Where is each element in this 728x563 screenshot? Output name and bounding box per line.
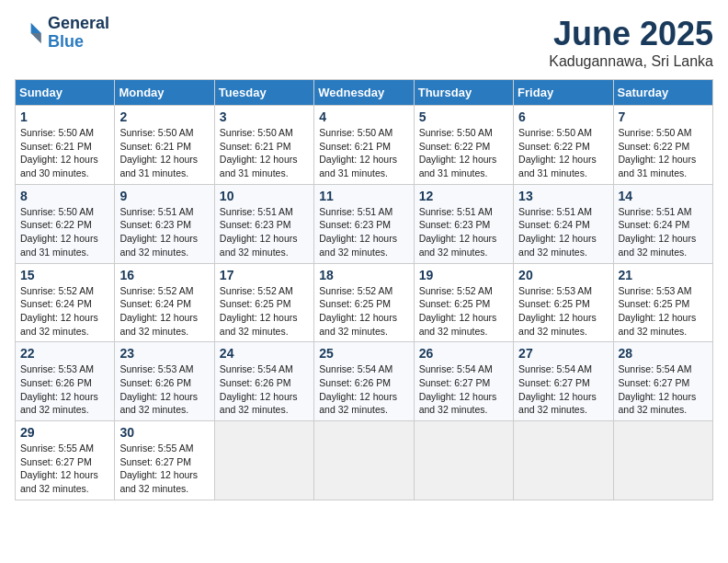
day-number: 28 xyxy=(619,346,708,361)
calendar-cell: 25 Sunrise: 5:54 AMSunset: 6:26 PMDaylig… xyxy=(314,342,414,421)
calendar-cell xyxy=(414,421,513,500)
svg-marker-0 xyxy=(31,23,41,33)
day-number: 7 xyxy=(619,109,708,124)
day-info: Sunrise: 5:51 AMSunset: 6:23 PMDaylight:… xyxy=(319,206,397,258)
day-number: 14 xyxy=(619,189,708,203)
day-number: 6 xyxy=(518,109,608,124)
day-info: Sunrise: 5:50 AMSunset: 6:21 PMDaylight:… xyxy=(20,127,98,178)
day-number: 5 xyxy=(419,109,508,124)
col-friday: Friday xyxy=(514,80,613,106)
day-number: 26 xyxy=(419,346,508,361)
day-info: Sunrise: 5:50 AMSunset: 6:22 PMDaylight:… xyxy=(619,127,697,178)
day-info: Sunrise: 5:51 AMSunset: 6:24 PMDaylight:… xyxy=(518,206,597,258)
calendar-week-2: 8 Sunrise: 5:50 AMSunset: 6:22 PMDayligh… xyxy=(16,184,713,263)
logo: General Blue xyxy=(15,15,109,52)
calendar-cell: 24 Sunrise: 5:54 AMSunset: 6:26 PMDaylig… xyxy=(214,342,313,421)
day-number: 11 xyxy=(319,189,408,203)
calendar-cell: 8 Sunrise: 5:50 AMSunset: 6:22 PMDayligh… xyxy=(16,184,115,263)
calendar-cell xyxy=(314,421,414,500)
logo-icon xyxy=(15,18,44,48)
calendar-cell: 12 Sunrise: 5:51 AMSunset: 6:23 PMDaylig… xyxy=(414,184,513,263)
day-info: Sunrise: 5:54 AMSunset: 6:27 PMDaylight:… xyxy=(518,363,597,415)
header: General Blue June 2025 Kadugannawa, Sri … xyxy=(15,15,713,70)
day-info: Sunrise: 5:50 AMSunset: 6:21 PMDaylight:… xyxy=(319,127,397,178)
day-number: 21 xyxy=(619,268,708,282)
calendar-cell: 16 Sunrise: 5:52 AMSunset: 6:24 PMDaylig… xyxy=(115,263,214,342)
col-tuesday: Tuesday xyxy=(214,80,313,106)
day-number: 13 xyxy=(518,189,608,203)
col-monday: Monday xyxy=(115,80,214,106)
location-title: Kadugannawa, Sri Lanka xyxy=(549,53,713,70)
calendar-cell: 4 Sunrise: 5:50 AMSunset: 6:21 PMDayligh… xyxy=(314,106,414,185)
day-info: Sunrise: 5:52 AMSunset: 6:24 PMDaylight:… xyxy=(20,285,98,337)
day-info: Sunrise: 5:54 AMSunset: 6:26 PMDaylight:… xyxy=(319,363,397,415)
calendar-cell: 26 Sunrise: 5:54 AMSunset: 6:27 PMDaylig… xyxy=(414,342,513,421)
day-info: Sunrise: 5:52 AMSunset: 6:25 PMDaylight:… xyxy=(419,285,497,337)
day-number: 3 xyxy=(220,109,309,124)
calendar-cell: 28 Sunrise: 5:54 AMSunset: 6:27 PMDaylig… xyxy=(613,342,712,421)
calendar-cell: 13 Sunrise: 5:51 AMSunset: 6:24 PMDaylig… xyxy=(514,184,613,263)
day-number: 24 xyxy=(220,346,309,361)
calendar-cell: 22 Sunrise: 5:53 AMSunset: 6:26 PMDaylig… xyxy=(16,342,115,421)
day-info: Sunrise: 5:55 AMSunset: 6:27 PMDaylight:… xyxy=(119,442,198,494)
calendar-cell: 18 Sunrise: 5:52 AMSunset: 6:25 PMDaylig… xyxy=(314,263,414,342)
day-info: Sunrise: 5:51 AMSunset: 6:23 PMDaylight:… xyxy=(119,206,198,258)
col-wednesday: Wednesday xyxy=(314,80,414,106)
day-number: 30 xyxy=(119,425,209,440)
day-info: Sunrise: 5:53 AMSunset: 6:26 PMDaylight:… xyxy=(119,363,198,415)
header-row: Sunday Monday Tuesday Wednesday Thursday… xyxy=(16,80,713,106)
calendar-cell: 1 Sunrise: 5:50 AMSunset: 6:21 PMDayligh… xyxy=(16,106,115,185)
day-number: 29 xyxy=(20,425,109,440)
day-number: 18 xyxy=(319,268,408,282)
day-number: 12 xyxy=(419,189,508,203)
calendar-cell: 7 Sunrise: 5:50 AMSunset: 6:22 PMDayligh… xyxy=(613,106,712,185)
title-area: June 2025 Kadugannawa, Sri Lanka xyxy=(549,15,713,70)
calendar-cell: 3 Sunrise: 5:50 AMSunset: 6:21 PMDayligh… xyxy=(214,106,313,185)
day-number: 23 xyxy=(119,346,209,361)
day-number: 16 xyxy=(119,268,209,282)
day-number: 2 xyxy=(119,109,209,124)
day-info: Sunrise: 5:51 AMSunset: 6:23 PMDaylight:… xyxy=(220,206,298,258)
day-info: Sunrise: 5:53 AMSunset: 6:25 PMDaylight:… xyxy=(518,285,597,337)
calendar-cell: 9 Sunrise: 5:51 AMSunset: 6:23 PMDayligh… xyxy=(115,184,214,263)
day-info: Sunrise: 5:50 AMSunset: 6:22 PMDaylight:… xyxy=(518,127,597,178)
day-info: Sunrise: 5:54 AMSunset: 6:26 PMDaylight:… xyxy=(220,363,298,415)
day-number: 4 xyxy=(319,109,408,124)
day-info: Sunrise: 5:51 AMSunset: 6:24 PMDaylight:… xyxy=(619,206,697,258)
day-number: 27 xyxy=(518,346,608,361)
calendar-cell: 29 Sunrise: 5:55 AMSunset: 6:27 PMDaylig… xyxy=(16,421,115,500)
calendar-cell: 5 Sunrise: 5:50 AMSunset: 6:22 PMDayligh… xyxy=(414,106,513,185)
svg-marker-1 xyxy=(31,33,41,43)
calendar-cell: 23 Sunrise: 5:53 AMSunset: 6:26 PMDaylig… xyxy=(115,342,214,421)
day-info: Sunrise: 5:51 AMSunset: 6:23 PMDaylight:… xyxy=(419,206,497,258)
day-info: Sunrise: 5:50 AMSunset: 6:21 PMDaylight:… xyxy=(119,127,198,178)
calendar-cell: 30 Sunrise: 5:55 AMSunset: 6:27 PMDaylig… xyxy=(115,421,214,500)
day-number: 25 xyxy=(319,346,408,361)
day-number: 1 xyxy=(20,109,109,124)
day-info: Sunrise: 5:53 AMSunset: 6:26 PMDaylight:… xyxy=(20,363,98,415)
calendar-cell: 10 Sunrise: 5:51 AMSunset: 6:23 PMDaylig… xyxy=(214,184,313,263)
col-saturday: Saturday xyxy=(613,80,712,106)
calendar-cell xyxy=(214,421,313,500)
calendar-week-1: 1 Sunrise: 5:50 AMSunset: 6:21 PMDayligh… xyxy=(16,106,713,185)
calendar-week-5: 29 Sunrise: 5:55 AMSunset: 6:27 PMDaylig… xyxy=(16,421,713,500)
col-thursday: Thursday xyxy=(414,80,513,106)
col-sunday: Sunday xyxy=(16,80,115,106)
day-info: Sunrise: 5:54 AMSunset: 6:27 PMDaylight:… xyxy=(619,363,697,415)
calendar-cell: 27 Sunrise: 5:54 AMSunset: 6:27 PMDaylig… xyxy=(514,342,613,421)
calendar-cell xyxy=(514,421,613,500)
day-info: Sunrise: 5:52 AMSunset: 6:25 PMDaylight:… xyxy=(220,285,298,337)
day-info: Sunrise: 5:54 AMSunset: 6:27 PMDaylight:… xyxy=(419,363,497,415)
day-info: Sunrise: 5:50 AMSunset: 6:21 PMDaylight:… xyxy=(220,127,298,178)
day-info: Sunrise: 5:53 AMSunset: 6:25 PMDaylight:… xyxy=(619,285,697,337)
logo-text: General Blue xyxy=(48,15,109,52)
day-number: 9 xyxy=(119,189,209,203)
calendar-cell: 19 Sunrise: 5:52 AMSunset: 6:25 PMDaylig… xyxy=(414,263,513,342)
day-number: 20 xyxy=(518,268,608,282)
day-number: 10 xyxy=(220,189,309,203)
day-number: 8 xyxy=(20,189,109,203)
calendar-cell: 21 Sunrise: 5:53 AMSunset: 6:25 PMDaylig… xyxy=(613,263,712,342)
calendar-week-3: 15 Sunrise: 5:52 AMSunset: 6:24 PMDaylig… xyxy=(16,263,713,342)
calendar-week-4: 22 Sunrise: 5:53 AMSunset: 6:26 PMDaylig… xyxy=(16,342,713,421)
day-number: 15 xyxy=(20,268,109,282)
